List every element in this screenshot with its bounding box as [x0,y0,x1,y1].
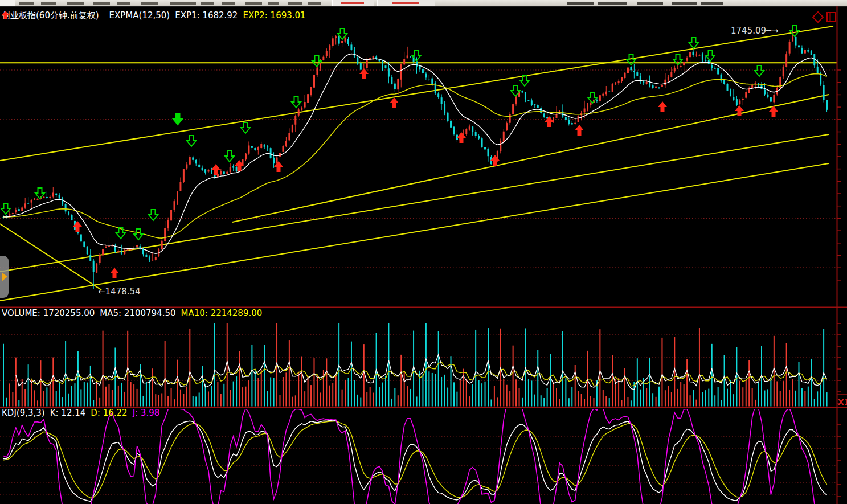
exp1-value: EXP1: 1682.92 [175,10,238,21]
high-price-annotation: 1745.09─→ [731,26,779,36]
grid-layer [0,70,837,494]
kdj-d-value: D: 16.22 [91,408,127,418]
indicator-label: EXPMA(12,50) [109,10,170,21]
pane-corner-icons[interactable] [811,11,840,23]
kdj-k-value: K: 12.14 [50,408,86,418]
kdj-pane-title: KDJ(9,3,3)K: 12.14D: 16.22J: 3.98 [2,408,165,418]
main-chart-title: 创业板指(60分钟.前复权)EXPMA(12,50)EXP1: 1682.92E… [2,11,311,21]
candlestick-layer [0,26,837,301]
volume-value: VOLUME: 1720255.00 [2,308,95,318]
volume-pane-title: VOLUME: 1720255.00MA5: 2100794.50MA10: 2… [2,309,267,318]
symbol-period-label: 创业板指(60分钟.前复权) [2,10,99,21]
window-split-icon[interactable] [827,13,836,21]
kdj-j-value: J: 3.98 [133,408,160,418]
expand-triangle-icon [2,272,7,281]
exp2-value: EXP2: 1693.01 [243,10,305,21]
app-window: 创业板指(60分钟.前复权)EXPMA(12,50)EXP1: 1682.92E… [0,0,847,504]
low-price-annotation: ←1478.54 [98,286,141,297]
kdj-label: KDJ(9,3,3) [2,408,45,418]
x-scale-label[interactable]: X1 [838,398,847,407]
volume-ma5-value: MA5: 2100794.50 [100,308,175,318]
volume-ma10-value: MA10: 2214289.00 [181,308,263,318]
axis-layer [0,6,847,504]
chart-canvas[interactable] [0,0,847,504]
diamond-icon[interactable] [813,12,823,22]
volume-layer [3,323,827,407]
left-panel-handle[interactable] [0,256,9,298]
